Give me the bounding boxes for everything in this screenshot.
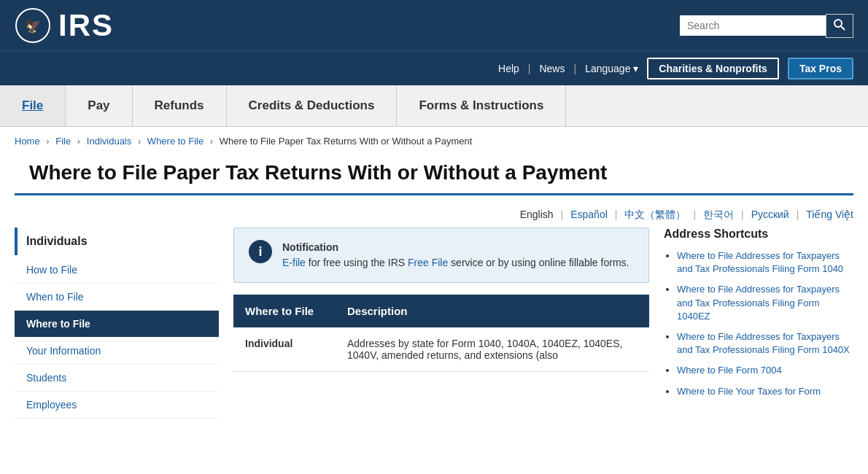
sidebar-item-your-information[interactable]: Your Information (15, 338, 219, 365)
notification-text-middle: for free using the IRS (309, 257, 408, 268)
sidebar-item-how-to-file[interactable]: How to File (15, 257, 219, 284)
table-header-description: Description (336, 295, 649, 327)
lang-vietnamese[interactable]: Tiếng Việt (806, 209, 853, 222)
breadcrumb-current: Where to File Paper Tax Returns With or … (220, 136, 473, 147)
svg-text:🦅: 🦅 (25, 18, 42, 34)
sidebar-title: Individuals (15, 228, 219, 255)
lang-english: English (520, 209, 554, 222)
table-header-where-to-file: Where to File (233, 295, 336, 327)
tax-pros-button[interactable]: Tax Pros (788, 58, 853, 79)
shortcut-link-1040x[interactable]: Where to File Addresses for Taxpayers an… (677, 331, 850, 355)
news-link[interactable]: News (539, 63, 565, 74)
lang-korean[interactable]: 한국어 (703, 209, 734, 222)
table-row: Individual Addresses by state for Form 1… (233, 327, 649, 372)
sidebar-item-students[interactable]: Students (15, 365, 219, 392)
shortcut-link-1040ez[interactable]: Where to File Addresses for Taxpayers an… (677, 284, 840, 321)
right-sidebar-list: Where to File Addresses for Taxpayers an… (664, 249, 853, 398)
right-sidebar-title: Address Shortcuts (664, 228, 853, 241)
breadcrumb: Home › File › Individuals › Where to Fil… (0, 127, 868, 155)
header-secondary: Help | News | Language ▾ Charities & Non… (0, 51, 868, 85)
table-cell-individual: Individual (233, 327, 336, 372)
notification-box: i Notification E-file for free using the… (233, 228, 649, 283)
header-top: 🦅 IRS (0, 0, 868, 51)
nav-pay[interactable]: Pay (66, 85, 132, 126)
sep2: | (573, 63, 576, 74)
info-icon: i (258, 244, 262, 260)
nav-credits-deductions[interactable]: Credits & Deductions (227, 85, 398, 126)
main-nav: File Pay Refunds Credits & Deductions Fo… (0, 85, 868, 127)
svg-point-2 (834, 20, 842, 27)
breadcrumb-home[interactable]: Home (15, 136, 40, 147)
file-table: Where to File Description Individual Add… (233, 295, 649, 372)
charities-nonprofits-button[interactable]: Charities & Nonprofits (647, 58, 779, 79)
language-bar: English | Español | 中文（繁體） | 한국어 | Русск… (0, 203, 868, 228)
notification-title: Notification (282, 241, 338, 253)
logo-area: 🦅 IRS (15, 7, 114, 44)
notification-content: Notification E-file for free using the I… (282, 240, 629, 271)
nav-forms-instructions[interactable]: Forms & Instructions (397, 85, 566, 126)
language-link[interactable]: Language ▾ (585, 63, 638, 74)
shortcut-link-7004[interactable]: Where to File Form 7004 (677, 365, 782, 376)
right-sidebar: Address Shortcuts Where to File Addresse… (664, 228, 853, 419)
search-bar (680, 14, 853, 38)
list-item: Where to File Form 7004 (677, 364, 853, 377)
lang-spanish[interactable]: Español (570, 209, 608, 222)
list-item: Where to File Addresses for Taxpayers an… (677, 330, 853, 357)
list-item: Where to File Addresses for Taxpayers an… (677, 283, 853, 323)
notification-icon: i (249, 240, 272, 263)
efile-link[interactable]: E-file (282, 257, 306, 268)
content-area: Individuals How to File When to File Whe… (0, 228, 868, 419)
sidebar-item-employees[interactable]: Employees (15, 392, 219, 419)
breadcrumb-individuals[interactable]: Individuals (87, 136, 131, 147)
help-link[interactable]: Help (498, 63, 519, 74)
sidebar-item-when-to-file[interactable]: When to File (15, 284, 219, 311)
shortcut-link-1040[interactable]: Where to File Addresses for Taxpayers an… (677, 250, 843, 274)
irs-logo-text: IRS (58, 8, 114, 43)
search-button[interactable] (826, 14, 853, 38)
sidebar-item-where-to-file[interactable]: Where to File (15, 311, 219, 338)
page-title: Where to File Paper Tax Returns With or … (15, 155, 853, 195)
lang-russian[interactable]: Русский (751, 209, 789, 222)
list-item: Where to File Addresses for Taxpayers an… (677, 249, 853, 276)
shortcut-link-taxes[interactable]: Where to File Your Taxes for Form (677, 386, 821, 397)
nav-refunds[interactable]: Refunds (133, 85, 227, 126)
notification-text-after: service or by using online fillable form… (451, 257, 629, 268)
search-input[interactable] (680, 15, 826, 36)
search-icon (834, 19, 845, 31)
table-cell-description: Addresses by state for Form 1040, 1040A,… (336, 327, 649, 372)
sep1: | (528, 63, 531, 74)
free-file-link[interactable]: Free File (408, 257, 448, 268)
lang-chinese[interactable]: 中文（繁體） (624, 209, 686, 222)
table-header-row: Where to File Description (233, 295, 649, 327)
svg-line-3 (841, 26, 845, 30)
breadcrumb-where-to-file[interactable]: Where to File (147, 136, 204, 147)
nav-file[interactable]: File (0, 85, 66, 126)
sidebar: Individuals How to File When to File Whe… (15, 228, 219, 419)
main-content: i Notification E-file for free using the… (233, 228, 649, 419)
breadcrumb-file[interactable]: File (55, 136, 71, 147)
list-item: Where to File Your Taxes for Form (677, 385, 853, 398)
irs-eagle-icon: 🦅 (15, 7, 51, 44)
